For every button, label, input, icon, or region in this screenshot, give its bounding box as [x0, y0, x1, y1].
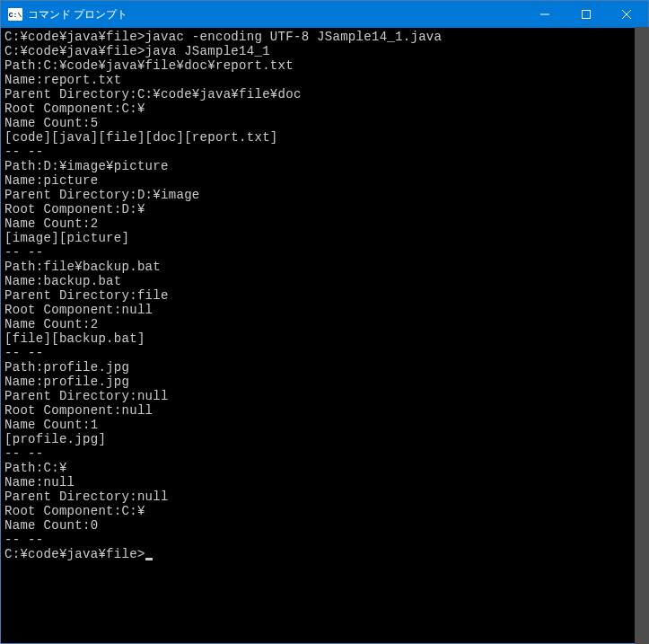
terminal-line: [file][backup.bat]: [4, 331, 648, 346]
terminal-line: Path:C:¥code¥java¥file¥doc¥report.txt: [4, 58, 648, 73]
terminal-line: Parent Directory:null: [4, 490, 648, 504]
terminal-line: Root Component:D:¥: [4, 202, 648, 216]
terminal-line: Path:D:¥image¥picture: [4, 159, 648, 173]
terminal-line: Name Count:2: [4, 216, 648, 231]
minimize-icon: [540, 10, 549, 19]
terminal-line: Path:C:¥: [4, 461, 648, 475]
terminal-line: -- --: [4, 145, 648, 159]
terminal-line: C:¥code¥java¥file>java JSample14_1: [4, 44, 648, 58]
terminal-line: Name:profile.jpg: [4, 375, 648, 389]
terminal-line: Parent Directory:D:¥image: [4, 188, 648, 202]
terminal-line: Root Component:null: [4, 303, 648, 317]
maximize-button[interactable]: [566, 1, 607, 28]
vertical-scrollbar[interactable]: [635, 27, 649, 644]
terminal-line: Path:file¥backup.bat: [4, 260, 648, 274]
close-button[interactable]: [607, 1, 648, 28]
terminal-line: [profile.jpg]: [4, 432, 648, 446]
terminal-line: Name:backup.bat: [4, 274, 648, 288]
terminal-line: -- --: [4, 533, 648, 547]
terminal-line: [image][picture]: [4, 231, 648, 245]
cursor: [145, 558, 153, 560]
terminal-line: Root Component:C:¥: [4, 101, 648, 116]
terminal-line: Name Count:0: [4, 518, 648, 533]
terminal-line: Root Component:C:¥: [4, 504, 648, 518]
terminal-line: Name Count:1: [4, 418, 648, 432]
command-prompt-window: C:\ コマンド プロンプト C:¥code¥java¥file>javac -…: [0, 0, 649, 644]
terminal-line: Name:picture: [4, 173, 648, 188]
scrollbar-thumb[interactable]: [635, 27, 649, 644]
terminal-line: Name:null: [4, 475, 648, 490]
terminal-line: -- --: [4, 346, 648, 360]
terminal-line: Name:report.txt: [4, 73, 648, 87]
terminal-line: Name Count:5: [4, 116, 648, 130]
terminal-line: Parent Directory:file: [4, 288, 648, 303]
terminal-line: Root Component:null: [4, 403, 648, 418]
titlebar[interactable]: C:\ コマンド プロンプト: [1, 1, 648, 28]
terminal-output[interactable]: C:¥code¥java¥file>javac -encoding UTF-8 …: [1, 28, 648, 643]
terminal-line: Parent Directory:C:¥code¥java¥file¥doc: [4, 87, 648, 101]
close-icon: [622, 10, 631, 19]
terminal-line: -- --: [4, 245, 648, 260]
terminal-line: Path:profile.jpg: [4, 360, 648, 375]
maximize-icon: [582, 10, 591, 19]
terminal-line: [code][java][file][doc][report.txt]: [4, 130, 648, 145]
svg-rect-1: [583, 11, 591, 19]
minimize-button[interactable]: [524, 1, 566, 28]
window-title: コマンド プロンプト: [28, 7, 127, 22]
terminal-line: Name Count:2: [4, 317, 648, 331]
titlebar-left: C:\ コマンド プロンプト: [1, 7, 127, 22]
titlebar-controls: [524, 1, 648, 28]
terminal-line: C:¥code¥java¥file>: [4, 547, 648, 561]
terminal-line: Parent Directory:null: [4, 389, 648, 403]
terminal-line: C:¥code¥java¥file>javac -encoding UTF-8 …: [4, 30, 648, 44]
app-icon: C:\: [8, 8, 22, 21]
terminal-line: -- --: [4, 446, 648, 461]
